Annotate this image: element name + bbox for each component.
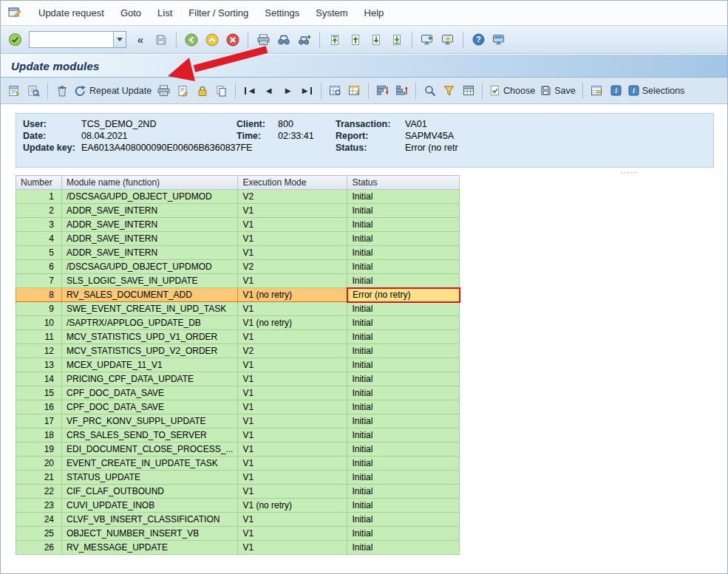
back-icon[interactable]	[182, 30, 201, 49]
create-shortcut-icon[interactable]	[438, 30, 457, 49]
previous-record-button[interactable]: ◀	[259, 81, 278, 100]
enter-icon[interactable]	[5, 30, 24, 49]
display-variant-icon[interactable]	[588, 81, 606, 100]
selections-button[interactable]: i Selections	[626, 81, 687, 100]
command-dropdown-icon[interactable]	[113, 32, 126, 47]
cell-status[interactable]: Initial	[347, 386, 460, 400]
table-row[interactable]: 26RV_MESSAGE_UPDATEV1Initial	[16, 541, 460, 555]
cell-num[interactable]: 26	[16, 541, 62, 555]
next-record-button[interactable]: ▶	[279, 81, 297, 100]
cell-module[interactable]: ADDR_SAVE_INTERN	[62, 204, 238, 218]
lock-icon[interactable]	[193, 81, 211, 100]
cell-mode[interactable]: V1	[238, 400, 347, 414]
cell-num[interactable]: 17	[16, 414, 62, 428]
cell-module[interactable]: PRICING_CPF_DATA_UPDATE	[62, 372, 238, 386]
sort-ascending-icon[interactable]	[373, 81, 392, 100]
cell-mode[interactable]: V2	[238, 344, 347, 358]
cell-num[interactable]: 2	[16, 204, 62, 218]
find-in-list-icon[interactable]	[421, 81, 439, 100]
table-row[interactable]: 13MCEX_UPDATE_11_V1V1Initial	[16, 358, 460, 372]
save-list-button[interactable]: Save	[538, 81, 578, 100]
cell-module[interactable]: MCEX_UPDATE_11_V1	[62, 358, 238, 372]
menu-list[interactable]: List	[149, 4, 180, 22]
table-row[interactable]: 1/DSCSAG/UPD_OBJECT_UPDMODV2Initial	[16, 190, 460, 204]
info-icon[interactable]: i	[607, 81, 625, 100]
cell-num[interactable]: 19	[16, 443, 62, 457]
column-header[interactable]: Execution Mode	[238, 176, 347, 190]
cell-module[interactable]: MCV_STATISTICS_UPD_V2_ORDER	[62, 344, 238, 358]
cell-mode[interactable]: V1	[238, 513, 347, 527]
cell-num[interactable]: 5	[16, 246, 62, 260]
choose-button[interactable]: Choose	[487, 81, 537, 100]
cell-num[interactable]: 20	[16, 457, 62, 471]
table-row[interactable]: 12MCV_STATISTICS_UPD_V2_ORDERV2Initial	[16, 344, 460, 358]
print-icon[interactable]	[254, 30, 273, 49]
cell-num[interactable]: 12	[16, 344, 62, 358]
table-row[interactable]: 5ADDR_SAVE_INTERNV1Initial	[16, 246, 460, 260]
display-update-record-icon[interactable]	[174, 81, 192, 100]
cell-mode[interactable]: V1	[238, 386, 347, 400]
cell-module[interactable]: MCV_STATISTICS_UPD_V1_ORDER	[62, 330, 238, 344]
cell-module[interactable]: CUVI_UPDATE_INOB	[62, 499, 238, 513]
cell-status[interactable]: Initial	[347, 232, 460, 246]
cell-module[interactable]: VF_PRC_KONV_SUPPL_UPDATE	[62, 414, 238, 428]
cell-num[interactable]: 6	[16, 260, 62, 274]
cell-status[interactable]: Initial	[347, 344, 460, 358]
last-page-icon[interactable]	[387, 30, 406, 49]
table-view-icon[interactable]	[459, 81, 477, 100]
cell-num[interactable]: 14	[16, 372, 62, 386]
cell-status[interactable]: Initial	[347, 372, 460, 386]
cell-mode[interactable]: V2	[238, 190, 347, 204]
cell-mode[interactable]: V1 (no retry)	[238, 288, 347, 302]
table-row[interactable]: 11MCV_STATISTICS_UPD_V1_ORDERV1Initial	[16, 330, 460, 344]
previous-page-icon[interactable]	[346, 30, 365, 49]
cell-module[interactable]: ADDR_SAVE_INTERN	[62, 232, 238, 246]
table-row[interactable]: 17VF_PRC_KONV_SUPPL_UPDATEV1Initial	[16, 414, 460, 428]
cell-module[interactable]: /SAPTRX/APPLOG_UPDATE_DB	[62, 316, 238, 330]
table-row[interactable]: 10/SAPTRX/APPLOG_UPDATE_DBV1 (no retry)I…	[16, 316, 460, 330]
cell-module[interactable]: OBJECT_NUMBER_INSERT_VB	[62, 527, 238, 541]
cell-mode[interactable]: V1	[238, 246, 347, 260]
display-records-icon[interactable]	[24, 81, 43, 100]
menu-settings[interactable]: Settings	[256, 4, 307, 22]
cell-num[interactable]: 4	[16, 232, 62, 246]
table-row[interactable]: 15CPF_DOC_DATA_SAVEV1Initial	[16, 386, 460, 400]
display-detail-icon[interactable]	[345, 81, 364, 100]
cell-mode[interactable]: V1 (no retry)	[238, 316, 347, 330]
next-page-icon[interactable]	[367, 30, 386, 49]
cell-module[interactable]: ADDR_SAVE_INTERN	[62, 218, 238, 232]
menu-help[interactable]: Help	[356, 4, 392, 22]
table-row[interactable]: 7SLS_LOGIC_SAVE_IN_UPDATEV1Initial	[16, 274, 460, 288]
find-icon[interactable]	[274, 30, 293, 49]
cell-mode[interactable]: V1	[238, 428, 347, 443]
cell-num[interactable]: 23	[16, 499, 62, 513]
cell-status[interactable]: Initial	[347, 457, 460, 471]
cell-num[interactable]: 8	[16, 288, 62, 302]
cell-module[interactable]: RV_MESSAGE_UPDATE	[62, 541, 238, 555]
cell-mode[interactable]: V1	[238, 527, 347, 541]
table-row[interactable]: 20EVENT_CREATE_IN_UPDATE_TASKV1Initial	[16, 457, 460, 471]
cell-mode[interactable]: V1	[238, 541, 347, 555]
cell-num[interactable]: 21	[16, 471, 62, 485]
cell-status[interactable]: Initial	[347, 316, 460, 330]
cell-status[interactable]: Initial	[347, 400, 460, 414]
cell-status[interactable]: Error (no retry)	[347, 288, 460, 302]
cell-module[interactable]: RV_SALES_DOCUMENT_ADD	[62, 288, 238, 302]
cell-module[interactable]: STATUS_UPDATE	[62, 471, 238, 485]
cell-mode[interactable]: V1	[238, 330, 347, 344]
cell-status[interactable]: Initial	[347, 218, 460, 232]
detail-view-icon[interactable]	[326, 81, 344, 100]
cell-num[interactable]: 7	[16, 274, 62, 288]
set-filter-icon[interactable]	[440, 81, 458, 100]
table-row[interactable]: 22CIF_CLAF_OUTBOUNDV1Initial	[16, 485, 460, 499]
cell-num[interactable]: 25	[16, 527, 62, 541]
table-row[interactable]: 21STATUS_UPDATEV1Initial	[16, 471, 460, 485]
menu-update-request[interactable]: Update request	[30, 4, 112, 22]
cell-status[interactable]: Initial	[347, 513, 460, 527]
save-icon[interactable]	[152, 30, 171, 49]
cancel-icon[interactable]	[223, 30, 242, 49]
cell-mode[interactable]: V1	[238, 443, 347, 457]
cell-status[interactable]: Initial	[347, 527, 460, 541]
cell-mode[interactable]: V1	[238, 204, 347, 218]
cell-num[interactable]: 1	[16, 190, 62, 204]
